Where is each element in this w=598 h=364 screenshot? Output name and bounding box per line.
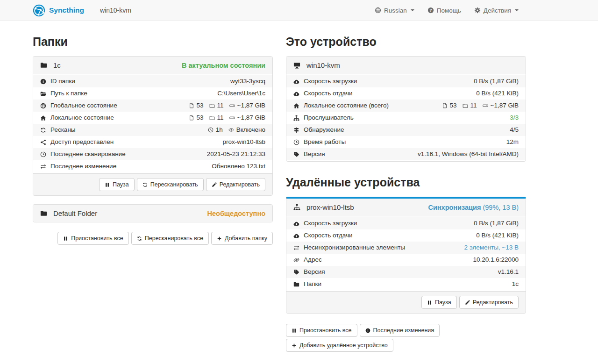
row-value: 0 B/s (421 KiB) (476, 89, 519, 98)
remote-device-header[interactable]: prox-win10-ltsb Синхронизация (99%, 13 B… (286, 199, 526, 216)
status-detail: (99%, 13 B) (483, 204, 519, 211)
table-row: Обнаружение 4/5 (286, 124, 526, 136)
row-value: Обновлено 123.txt (212, 162, 265, 171)
folders-column: Папки 1c В актуальном состоянии ID папки… (33, 21, 273, 352)
pencil-icon (465, 300, 470, 305)
row-value: 53 11 ~1,87 GiB (189, 114, 265, 122)
rescan-all-label: Пересканировать все (145, 235, 203, 242)
home-icon (40, 115, 46, 121)
table-row: Ресканы 1h Включено (33, 124, 272, 136)
row-value: 3/3 (510, 114, 519, 122)
row-value: 0 B/s (1,87 GiB) (474, 219, 519, 228)
cloud-download-icon (293, 79, 299, 85)
remote-devices-section-title: Удалённые устройства (286, 176, 526, 189)
table-row: Скорость загрузки 0 B/s (1,87 GiB) (286, 75, 526, 87)
pause-icon (427, 300, 432, 305)
size-value: ~1,87 GiB (237, 101, 265, 110)
chevron-down-icon (515, 9, 519, 11)
actions-menu[interactable]: Действия (474, 7, 519, 14)
rescan-button[interactable]: Пересканировать (137, 178, 204, 191)
language-menu[interactable]: Russian (375, 7, 414, 14)
folders-section-title: Папки (33, 35, 273, 49)
folder-footer: Пауза Пересканировать Редактировать (33, 173, 272, 195)
add-folder-label: Добавить папку (225, 235, 267, 242)
table-row: Локальное состояние 53 11 ~1,87 GiB (33, 112, 272, 124)
cloud-upload-icon (293, 233, 299, 239)
globe-icon (375, 7, 381, 14)
rescan-interval: 1h (216, 126, 223, 134)
row-value: 4/5 (510, 126, 519, 134)
row-label: Локальное состояние (50, 114, 114, 122)
dirs-count: 11 (470, 101, 477, 110)
row-label: ID папки (50, 77, 75, 86)
row-value: 53 11 ~1,87 GiB (442, 101, 519, 110)
hdd-icon (483, 103, 488, 108)
row-label: Версия (304, 150, 325, 158)
row-value: 1c (512, 280, 519, 288)
brand-name: Syncthing (49, 6, 84, 14)
add-remote-device-button[interactable]: Добавить удалённое устройство (286, 339, 393, 352)
table-row: Скорость отдачи 0 B/s (421 KiB) (286, 229, 526, 242)
folder-name: Default Folder (53, 209, 97, 217)
folder-1c-header[interactable]: 1c В актуальном состоянии (33, 57, 272, 74)
row-label: Скорость отдачи (304, 89, 353, 98)
question-circle-icon (427, 7, 434, 14)
table-row: Несинхронизированные элементы 2 элементы… (286, 242, 526, 254)
clock-icon (208, 127, 214, 133)
folder-name: 1c (53, 61, 61, 69)
cloud-download-icon (293, 221, 299, 227)
row-label: Несинхронизированные элементы (304, 243, 405, 252)
row-value: C:\Users\User\1c (217, 89, 265, 98)
table-row: Прослушиватель 3/3 (286, 112, 526, 124)
remote-actions-row-1: Приостановить все Последние изменения (286, 324, 526, 337)
row-label: Локальное состояние (всего) (304, 101, 389, 110)
row-label: Последнее сканирование (50, 150, 126, 158)
recent-changes-button[interactable]: Последние изменения (360, 324, 440, 337)
table-row: ID папки wyt33-3yscq (33, 75, 272, 87)
plus-icon (217, 236, 222, 241)
brand: Syncthing (33, 4, 84, 17)
row-value: 53 11 ~1,87 GiB (189, 101, 265, 110)
chevron-down-icon (411, 9, 414, 11)
device-name: win10-kvm (306, 61, 340, 69)
table-row: Локальное состояние (всего) 53 11 ~1,87 … (286, 100, 526, 112)
table-row: Версия v1.16.1 (286, 266, 526, 278)
folders-actions-row: Приостановить все Пересканировать все До… (33, 232, 273, 245)
pause-icon (63, 236, 68, 241)
exchange-icon (293, 245, 299, 251)
map-signs-icon (293, 127, 299, 133)
this-device-section-title: Это устройство (286, 35, 526, 49)
navbar-device-name: win10-kvm (100, 7, 131, 14)
device-status-badge: Синхронизация (99%, 13 B) (428, 204, 519, 211)
pause-all-devices-button[interactable]: Приостановить все (286, 324, 357, 337)
folder-status-badge: Необщедоступно (207, 210, 265, 217)
pause-button[interactable]: Пауза (421, 296, 457, 309)
this-device-panel: win10-kvm Скорость загрузки 0 B/s (1,87 … (286, 56, 526, 162)
edit-button[interactable]: Редактировать (459, 296, 519, 309)
dirs-count: 11 (217, 101, 224, 110)
add-folder-button[interactable]: Добавить папку (211, 232, 273, 245)
pause-button[interactable]: Пауза (99, 178, 135, 191)
folder-icon (40, 210, 47, 217)
row-label: Адрес (304, 256, 322, 264)
hdd-icon (229, 115, 235, 121)
help-label: Помощь (437, 7, 461, 14)
remote-device-table: Скорость загрузки 0 B/s (1,87 GiB) Скоро… (286, 216, 526, 291)
this-device-header[interactable]: win10-kvm (286, 57, 526, 74)
pause-all-folders-button[interactable]: Приостановить все (57, 232, 129, 245)
folder-icon (293, 281, 299, 287)
row-value: 10.20.1.6:22000 (473, 256, 519, 264)
folder-default-header[interactable]: Default Folder Необщедоступно (33, 205, 272, 222)
folder-outline-icon (209, 103, 215, 108)
row-label: Доступ предоставлен (50, 138, 114, 146)
table-row: Версия v1.16.1, Windows (64-bit Intel/AM… (286, 148, 526, 160)
rescan-all-button[interactable]: Пересканировать все (131, 232, 209, 245)
out-of-sync-items-link[interactable]: 2 элементы, ~13 B (464, 243, 519, 252)
device-name: prox-win10-ltsb (306, 203, 354, 211)
refresh-icon (142, 182, 148, 187)
help-menu[interactable]: Помощь (427, 7, 461, 14)
recent-changes-label: Последние изменения (373, 327, 434, 334)
edit-button[interactable]: Редактировать (206, 178, 265, 191)
home-icon (293, 103, 299, 109)
clock-icon (40, 151, 46, 157)
